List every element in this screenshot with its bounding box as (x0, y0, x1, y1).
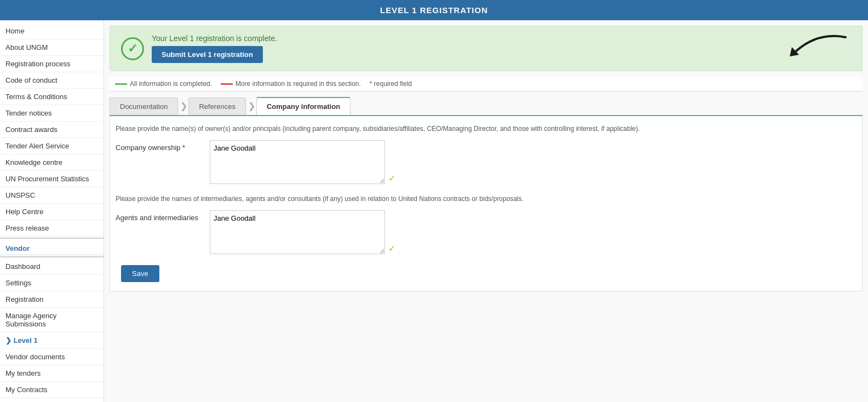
intermediaries-input[interactable] (210, 210, 385, 254)
sidebar-item-terms-conditions[interactable]: Terms & Conditions (0, 89, 104, 105)
sidebar-item-vendor-documents[interactable]: Vendor documents (0, 349, 104, 365)
banner-content: Your Level 1 registration is complete. S… (152, 34, 277, 63)
company-ownership-input[interactable] (210, 140, 385, 184)
sidebar-vendor-section: Vendor (0, 240, 104, 255)
sidebar-item-help-centre[interactable]: Help Centre (0, 204, 104, 220)
legend-complete: All information is completed. (115, 80, 212, 88)
sidebar-item-registration-process[interactable]: Registration process (0, 56, 104, 72)
intermediaries-label: Agents and intermediaries (116, 210, 203, 222)
legend: All information is completed. More infor… (110, 77, 863, 91)
main-content: ✓ Your Level 1 registration is complete.… (104, 20, 868, 402)
legend-required-field: * required field (370, 80, 412, 88)
sidebar-item-dashboard[interactable]: Dashboard (0, 259, 104, 275)
company-ownership-row: Company ownership * ✓ (116, 140, 856, 184)
tabs-area: Documentation ❯ References ❯ Company inf… (104, 91, 868, 116)
sidebar-item-un-procurement-statistics[interactable]: UN Procurement Statistics (0, 171, 104, 187)
level1-chevron: ❯ (5, 336, 14, 344)
legend-required-text: More information is required in this sec… (235, 80, 361, 88)
sidebar-item-contract-awards[interactable]: Contract awards (0, 122, 104, 138)
intermediaries-row: Agents and intermediaries ✓ (116, 210, 856, 254)
sidebar-item-tender-notices[interactable]: Tender notices (0, 105, 104, 122)
sidebar-item-about-ungm[interactable]: About UNGM (0, 39, 104, 56)
sidebar-item-registration[interactable]: Registration (0, 291, 104, 308)
legend-green-line (115, 83, 127, 85)
save-button[interactable]: Save (121, 265, 159, 282)
sidebar-item-my-tas[interactable]: My TAS (0, 398, 104, 402)
tab-chevron-1: ❯ (180, 101, 187, 111)
tab-bar: Documentation ❯ References ❯ Company inf… (110, 97, 863, 116)
sidebar-item-settings[interactable]: Settings (0, 275, 104, 291)
sidebar-item-knowledge-centre[interactable]: Knowledge centre (0, 154, 104, 171)
sidebar-item-home[interactable]: Home (0, 23, 104, 39)
sidebar-item-my-contracts[interactable]: My Contracts (0, 382, 104, 398)
tab-documentation[interactable]: Documentation (110, 97, 178, 115)
sidebar-divider-2 (0, 256, 104, 257)
submit-level1-button[interactable]: Submit Level 1 registration (152, 46, 263, 63)
legend-red-line (221, 83, 233, 85)
ownership-valid-icon: ✓ (388, 173, 395, 183)
company-ownership-field-wrap: ✓ (210, 140, 395, 184)
tab-references[interactable]: References (188, 97, 245, 115)
sidebar-item-level-1[interactable]: ❯ Level 1 (0, 332, 104, 349)
success-check-icon: ✓ (121, 37, 144, 60)
success-banner: ✓ Your Level 1 registration is complete.… (110, 26, 863, 71)
sidebar-divider (0, 238, 104, 239)
header-title: LEVEL 1 REGISTRATION (380, 5, 488, 15)
tab-company-information[interactable]: Company information (256, 97, 350, 115)
success-text: Your Level 1 registration is complete. (152, 34, 277, 43)
intermediaries-field-wrap: ✓ (210, 210, 395, 254)
sidebar-item-press-release[interactable]: Press release (0, 220, 104, 237)
sidebar: Home About UNGM Registration process Cod… (0, 20, 104, 402)
company-ownership-label: Company ownership * (116, 140, 203, 152)
owner-description: Please provide the name(s) of owner(s) a… (116, 125, 856, 133)
intermediaries-description: Please provide the names of intermediari… (116, 195, 856, 203)
page-header: LEVEL 1 REGISTRATION (0, 0, 868, 20)
arrow-annotation (752, 26, 851, 70)
legend-required: More information is required in this sec… (221, 80, 361, 88)
sidebar-item-code-of-conduct[interactable]: Code of conduct (0, 72, 104, 89)
sidebar-item-unspsc[interactable]: UNSPSC (0, 187, 104, 204)
company-information-form: Please provide the name(s) of owner(s) a… (110, 116, 863, 291)
tab-chevron-2: ❯ (248, 101, 255, 111)
intermediaries-valid-icon: ✓ (388, 243, 395, 254)
sidebar-item-my-tenders[interactable]: My tenders (0, 365, 104, 382)
legend-complete-text: All information is completed. (130, 80, 212, 88)
svg-marker-0 (790, 47, 799, 56)
sidebar-item-manage-agency-submissions[interactable]: Manage Agency Submissions (0, 308, 104, 332)
sidebar-item-tender-alert-service[interactable]: Tender Alert Service (0, 138, 104, 154)
